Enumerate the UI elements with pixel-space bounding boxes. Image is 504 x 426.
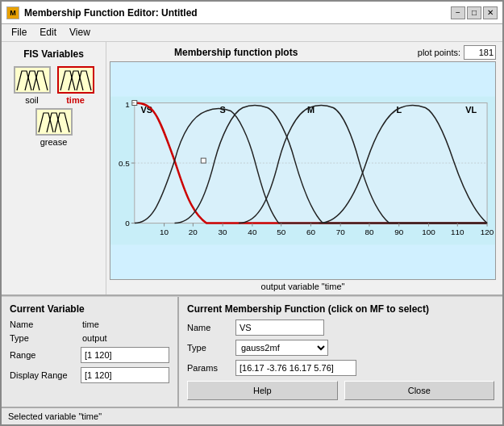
svg-text:50: 50 <box>277 228 286 236</box>
fis-variables-title: FIS Variables <box>23 48 84 60</box>
name-value: time <box>82 320 99 329</box>
mf-name-row: Name <box>187 320 494 336</box>
mf-params-input[interactable] <box>235 360 356 376</box>
minimize-button[interactable]: − <box>451 6 465 19</box>
mf-title: Membership function plots <box>174 47 298 58</box>
svg-text:100: 100 <box>422 228 435 236</box>
svg-text:20: 20 <box>189 228 198 236</box>
svg-rect-27 <box>201 158 206 163</box>
svg-text:90: 90 <box>394 228 404 236</box>
mf-name-input[interactable] <box>235 320 324 336</box>
plot-points-label: plot points: <box>418 48 460 57</box>
display-range-label: Display Range <box>10 370 81 380</box>
fis-box-time <box>57 66 94 94</box>
mf-canvas-area: Membership function plots plot points: <box>106 42 502 294</box>
help-button[interactable]: Help <box>187 381 338 400</box>
plot-points-input[interactable] <box>464 45 496 60</box>
maximize-button[interactable]: □ <box>467 6 481 19</box>
svg-text:L: L <box>396 105 402 115</box>
menu-file[interactable]: File <box>5 26 33 40</box>
fis-var-label-time: time <box>66 95 85 105</box>
mf-name-label: Name <box>187 323 235 332</box>
mf-header: Membership function plots plot points: <box>110 45 496 60</box>
close-button[interactable]: Close <box>344 381 495 400</box>
display-range-input[interactable] <box>81 367 169 383</box>
title-bar-left: M Membership Function Editor: Untitled <box>6 6 198 19</box>
mf-type-row: Type gauss2mf gaussmf trimf trapmf gbell… <box>187 340 494 356</box>
type-value: output <box>82 333 107 343</box>
svg-text:VS: VS <box>140 105 152 115</box>
fis-var-grease[interactable]: grease <box>35 108 73 147</box>
current-variable-title: Current Variable <box>10 303 169 315</box>
svg-text:60: 60 <box>306 228 316 236</box>
svg-text:0.5: 0.5 <box>119 159 130 168</box>
svg-text:VL: VL <box>465 105 477 115</box>
fis-var-soil[interactable]: soil <box>14 66 51 105</box>
fis-var-label-grease: grease <box>40 137 68 147</box>
bottom-panel: Current Variable Name time Type output R… <box>2 294 502 407</box>
app-icon: M <box>6 6 19 19</box>
main-window: M Membership Function Editor: Untitled −… <box>0 0 504 426</box>
svg-text:30: 30 <box>219 228 228 236</box>
fis-box-grease <box>35 108 73 136</box>
type-label: Type <box>10 333 82 343</box>
name-row: Name time <box>10 320 169 329</box>
bottom-panels-row: Current Variable Name time Type output R… <box>2 296 502 407</box>
svg-text:S: S <box>219 105 225 115</box>
main-area: FIS Variables <box>2 42 502 294</box>
grease-mf-icon <box>37 110 71 134</box>
range-input[interactable] <box>81 347 169 363</box>
status-text: Selected variable "time" <box>8 411 102 421</box>
title-buttons: − □ ✕ <box>451 6 498 19</box>
soil-mf-icon <box>15 68 49 92</box>
close-button[interactable]: ✕ <box>483 6 498 19</box>
x-axis-label: output variable "time" <box>110 282 496 291</box>
fis-var-time[interactable]: time <box>57 66 94 105</box>
svg-text:80: 80 <box>364 228 374 236</box>
mf-params-row: Params <box>187 360 494 376</box>
fis-variables-panel: FIS Variables <box>2 42 106 294</box>
mf-button-row: Help Close <box>187 381 494 400</box>
plot-area[interactable]: 1 0.5 0 10 20 30 40 50 60 70 80 90 100 <box>110 61 496 280</box>
svg-text:1: 1 <box>125 100 130 109</box>
range-row: Range <box>10 347 169 363</box>
svg-text:10: 10 <box>160 228 169 236</box>
time-mf-icon <box>59 68 93 92</box>
mf-plot-svg: 1 0.5 0 10 20 30 40 50 60 70 80 90 100 <box>110 62 495 279</box>
type-row: Type output <box>10 333 169 343</box>
fis-box-soil <box>14 66 51 94</box>
window-title: Membership Function Editor: Untitled <box>24 7 198 19</box>
svg-text:110: 110 <box>451 228 464 236</box>
current-variable-panel: Current Variable Name time Type output R… <box>2 297 179 407</box>
mf-type-label: Type <box>187 343 235 353</box>
svg-text:120: 120 <box>481 228 494 236</box>
mf-type-select[interactable]: gauss2mf gaussmf trimf trapmf gbellmf si… <box>235 340 328 356</box>
name-label: Name <box>10 320 82 329</box>
current-mf-panel: Current Membership Function (click on MF… <box>179 297 502 407</box>
display-range-row: Display Range <box>10 367 169 383</box>
fis-row-1: soil time <box>14 66 94 105</box>
status-bar: Selected variable "time" <box>2 407 502 424</box>
svg-text:0: 0 <box>125 219 130 228</box>
range-label: Range <box>10 350 81 360</box>
plot-points-area: plot points: <box>418 45 496 60</box>
svg-text:70: 70 <box>336 228 346 236</box>
mf-params-label: Params <box>187 363 235 373</box>
fis-var-label-soil: soil <box>25 95 39 105</box>
menu-edit[interactable]: Edit <box>33 26 63 40</box>
current-mf-title: Current Membership Function (click on MF… <box>187 303 494 315</box>
menu-bar: File Edit View <box>2 24 502 42</box>
title-bar: M Membership Function Editor: Untitled −… <box>2 2 502 24</box>
fis-row-2: grease <box>35 108 73 147</box>
svg-text:40: 40 <box>248 228 257 236</box>
fis-variables-grid: soil time <box>14 66 94 147</box>
menu-view[interactable]: View <box>63 26 97 40</box>
